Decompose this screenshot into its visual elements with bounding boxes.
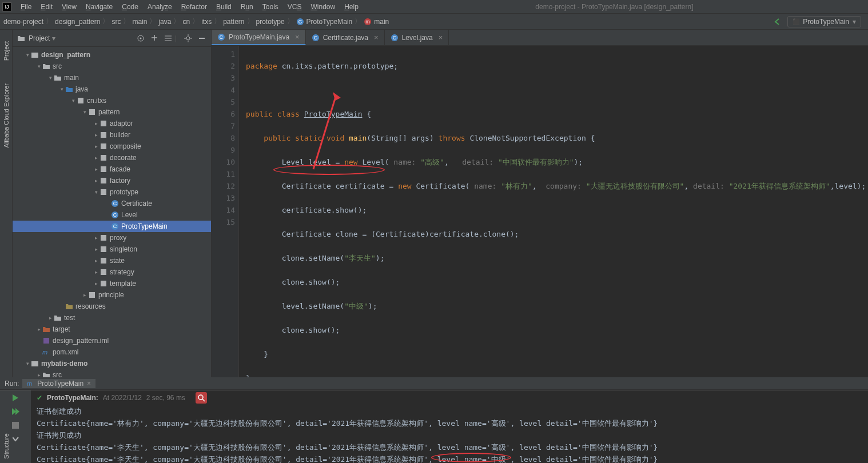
package-icon xyxy=(88,108,96,116)
line-gutter[interactable]: 123456789101112131415 xyxy=(212,46,239,377)
tree-cn-itxs[interactable]: ▾cn.itxs xyxy=(13,95,211,106)
close-icon[interactable]: × xyxy=(374,33,379,42)
package-icon xyxy=(99,165,107,173)
rerun-again-icon[interactable] xyxy=(10,406,21,417)
tree-adaptor[interactable]: ▸adaptor xyxy=(13,118,211,129)
crumb-class[interactable]: ProtoTypeMain xyxy=(306,18,353,26)
code-stmt: Certificate clone = (Certificate)certifi… xyxy=(282,230,519,238)
project-tree[interactable]: ▾design_pattern ▾src ▾main ▾java ▾cn.itx… xyxy=(13,47,211,377)
menu-refactor[interactable]: Refactor xyxy=(177,3,212,11)
code-stmt: Level( xyxy=(363,158,394,166)
tool-alibaba-label[interactable]: Alibaba Cloud Explorer xyxy=(3,83,10,148)
left-tool-stripe: Project Alibaba Cloud Explorer xyxy=(0,30,13,377)
tree-prototype[interactable]: ▾prototype xyxy=(13,186,211,198)
collapse-icon[interactable] xyxy=(164,34,173,43)
tree-level[interactable]: CLevel xyxy=(13,209,211,221)
menu-view[interactable]: View xyxy=(57,3,81,11)
console-output[interactable]: 证书创建成功 Certificate{name='林有力', company='… xyxy=(31,405,868,463)
tree-strategy[interactable]: ▸strategy xyxy=(13,266,211,278)
locate-icon[interactable] xyxy=(136,34,145,43)
run-config-selector[interactable]: ⬛ ProtoTypeMain ▾ xyxy=(787,16,861,27)
tree-certificate[interactable]: CCertificate xyxy=(13,198,211,209)
crumb-demo-project[interactable]: demo-project xyxy=(3,18,43,26)
tree-builder[interactable]: ▸builder xyxy=(13,129,211,141)
crumb-java[interactable]: java xyxy=(158,18,171,26)
tree-pom[interactable]: mpom.xml xyxy=(13,346,211,358)
expand-icon[interactable] xyxy=(150,34,159,43)
tree-facade[interactable]: ▸facade xyxy=(13,163,211,175)
tree-design-pattern[interactable]: ▾design_pattern xyxy=(13,49,211,61)
tree-label: resources xyxy=(75,302,106,310)
crumb-main[interactable]: main xyxy=(374,18,389,26)
tree-state[interactable]: ▸state xyxy=(13,255,211,266)
back-icon[interactable] xyxy=(774,18,782,26)
maven-icon: m xyxy=(42,348,50,356)
minimize-icon[interactable] xyxy=(197,34,206,43)
crumb-src[interactable]: src xyxy=(112,18,121,26)
tab-prototypemain[interactable]: C ProtoTypeMain.java× xyxy=(212,30,306,45)
rerun-icon[interactable] xyxy=(10,393,21,403)
tree-test[interactable]: ▸test xyxy=(13,312,211,324)
code-content[interactable]: package cn.itxs.pattern.prototype; publi… xyxy=(239,46,868,377)
tab-level[interactable]: C Level.java× xyxy=(385,30,449,45)
tree-factory[interactable]: ▸factory xyxy=(13,175,211,186)
tree-target[interactable]: ▸target xyxy=(13,324,211,335)
menu-file[interactable]: File xyxy=(16,3,36,11)
menu-tools[interactable]: Tools xyxy=(258,3,283,11)
close-icon[interactable]: × xyxy=(295,33,300,41)
menu-window[interactable]: Window xyxy=(306,3,340,11)
menu-help[interactable]: Help xyxy=(340,3,363,11)
close-icon[interactable]: × xyxy=(439,33,443,42)
tree-prototypemain[interactable]: CProtoTypeMain xyxy=(13,221,211,232)
crumb-pattern[interactable]: pattern xyxy=(223,18,244,26)
tree-resources[interactable]: resources xyxy=(13,301,211,312)
tree-label: java xyxy=(75,85,88,93)
project-panel-title[interactable]: Project xyxy=(29,34,50,42)
crumb-prototype[interactable]: prototype xyxy=(256,18,285,26)
tree-main[interactable]: ▾main xyxy=(13,72,211,83)
run-tab[interactable]: m ProtoTypeMain × xyxy=(22,379,95,388)
menu-run[interactable]: Run xyxy=(236,3,258,11)
close-icon[interactable]: × xyxy=(87,380,91,388)
gear-icon[interactable] xyxy=(184,34,193,43)
menu-edit[interactable]: Edit xyxy=(36,3,57,11)
tree-iml[interactable]: design_pattern.iml xyxy=(13,335,211,346)
svg-text:C: C xyxy=(220,34,224,40)
menu-analyze[interactable]: Analyze xyxy=(143,3,177,11)
tool-project-label[interactable]: Project xyxy=(3,41,10,61)
svg-rect-12 xyxy=(101,132,106,138)
tree-proxy[interactable]: ▸proxy xyxy=(13,232,211,244)
code-punc: { xyxy=(363,110,372,118)
chevron-down-icon[interactable]: ▾ xyxy=(52,34,55,42)
crumb-itxs[interactable]: itxs xyxy=(201,18,212,26)
code-str: "2021年获得信息系统架构师" xyxy=(729,182,830,190)
crumb-main[interactable]: main xyxy=(132,18,147,26)
tree-composite[interactable]: ▸composite xyxy=(13,141,211,152)
tree-java[interactable]: ▾java xyxy=(13,83,211,95)
menu-code[interactable]: Code xyxy=(117,3,143,11)
package-icon xyxy=(99,268,107,276)
tree-singleton[interactable]: ▸singleton xyxy=(13,244,211,255)
tree-pattern[interactable]: ▾pattern xyxy=(13,106,211,118)
crumb-cn[interactable]: cn xyxy=(182,18,190,26)
tree-label: Certificate xyxy=(121,199,152,207)
tree-mybatis[interactable]: ▾mybatis-demo xyxy=(13,358,211,369)
tree-src2[interactable]: ▸src xyxy=(13,369,211,377)
tab-certificate[interactable]: C Certificate.java× xyxy=(306,30,385,45)
class-icon: C xyxy=(391,34,399,42)
tree-principle[interactable]: ▸principle xyxy=(13,289,211,301)
tree-template[interactable]: ▸template xyxy=(13,278,211,289)
tree-decorate[interactable]: ▸decorate xyxy=(13,152,211,163)
search-overlay-icon[interactable] xyxy=(196,392,207,404)
breadcrumb[interactable]: demo-project〉 design_pattern〉 src〉 main〉… xyxy=(3,17,774,26)
code-stmt: Level level = xyxy=(282,158,345,166)
run-config-icon: m xyxy=(27,380,34,387)
menu-navigate[interactable]: Navigate xyxy=(81,3,117,11)
iml-icon xyxy=(42,337,50,345)
tree-src[interactable]: ▾src xyxy=(13,61,211,72)
editor-body[interactable]: 123456789101112131415 package cn.itxs.pa… xyxy=(212,46,868,377)
menu-vcs[interactable]: VCS xyxy=(283,3,306,11)
tool-structure-label[interactable]: Structure xyxy=(3,433,10,459)
menu-build[interactable]: Build xyxy=(212,3,236,11)
crumb-design-pattern[interactable]: design_pattern xyxy=(55,18,100,26)
